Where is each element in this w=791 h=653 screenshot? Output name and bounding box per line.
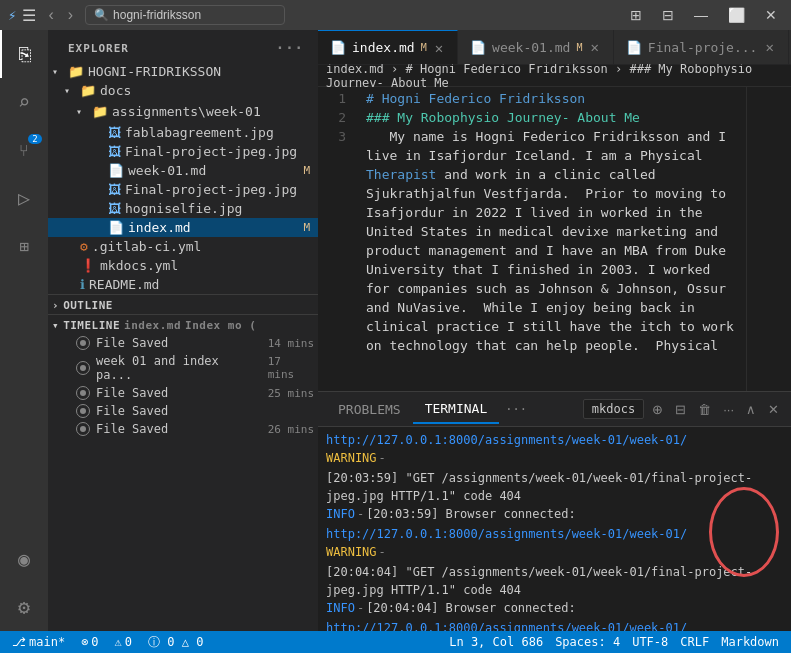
tree-file-week01-md[interactable]: 📄 week-01.md M (48, 161, 318, 180)
status-branch[interactable]: ⎇ main* (8, 635, 69, 649)
outline-header[interactable]: › OUTLINE (48, 295, 318, 314)
status-errors[interactable]: ⊗ 0 (77, 635, 102, 649)
menu-icon[interactable]: ☰ (22, 6, 36, 25)
status-encoding[interactable]: UTF-8 (628, 635, 672, 649)
activity-source-control[interactable]: ⑂ 2 (0, 126, 48, 174)
sidebar: EXPLORER ··· ▾ 📁 HOGNI-FRIDRIKSSON ▾ 📁 d… (48, 30, 318, 631)
timeline-chevron: ▾ (52, 319, 59, 332)
status-info[interactable]: ⓘ 0 △ 0 (144, 634, 207, 651)
timeline-icon (76, 422, 90, 436)
panel-close-button[interactable]: ✕ (764, 400, 783, 419)
chevron-icon: ▾ (64, 85, 80, 96)
tab-icon-final: 📄 (626, 40, 642, 55)
timeline-dot (80, 408, 86, 414)
timeline-icon (76, 336, 90, 350)
minimize-button[interactable]: — (688, 5, 714, 25)
tree-docs-folder[interactable]: ▾ 📁 docs (48, 81, 318, 100)
source-control-badge: 2 (28, 134, 42, 144)
settings-icon: ⚙ (18, 595, 30, 619)
sidebar-title: EXPLORER (68, 42, 129, 55)
status-bar: ⎇ main* ⊗ 0 ⚠ 0 ⓘ 0 △ 0 Ln 3, Col 686 Sp… (0, 631, 791, 653)
activity-search[interactable]: ⌕ (0, 78, 48, 126)
source-control-icon: ⑂ (19, 141, 29, 160)
panel-tab-dots[interactable]: ··· (499, 396, 533, 422)
tree-file-final-jpg[interactable]: 🖼 Final-project-jpeg.jpg (48, 142, 318, 161)
branch-label: main* (29, 635, 65, 649)
panel-trash-button[interactable]: 🗑 (694, 400, 715, 419)
tree-week01-folder[interactable]: ▾ 📁 assignments\week-01 ··· (48, 100, 318, 123)
activity-extensions[interactable]: ⊞ (0, 222, 48, 270)
split-button[interactable]: ⊟ (656, 5, 680, 25)
error-count: 0 (91, 635, 98, 649)
spaces-label: Spaces: 4 (555, 635, 620, 649)
code-line-1: # Hogni Federico Fridriksson (366, 91, 585, 106)
timeline-dot (80, 390, 86, 396)
timeline-entry-0[interactable]: File Saved 14 mins (48, 334, 318, 352)
code-area[interactable]: # Hogni Federico Fridriksson ### My Robo… (358, 87, 746, 391)
terminal-body[interactable]: http://127.0.0.1:8000/assignments/week-0… (318, 427, 791, 631)
folder-icon: 📁 (92, 104, 108, 119)
tab-close-index[interactable]: ✕ (433, 39, 445, 57)
forward-button[interactable]: › (62, 4, 79, 26)
timeline-entry-2[interactable]: File Saved 25 mins (48, 384, 318, 402)
status-line-ending[interactable]: CRLF (676, 635, 713, 649)
tree-file-mkdocs[interactable]: ❗ mkdocs.yml (48, 256, 318, 275)
timeline-header[interactable]: ▾ TIMELINE index.md Index mo ( (48, 315, 318, 334)
status-right: Ln 3, Col 686 Spaces: 4 UTF-8 CRLF Markd… (445, 635, 783, 649)
panel-split-button[interactable]: ⊟ (671, 400, 690, 419)
terminal-line-1: WARNING - [20:03:59] "GET /assignments/w… (326, 449, 783, 505)
sidebar-dots[interactable]: ··· (274, 38, 306, 58)
editor-pane: 1 2 3 # Hogni Federico Fridriksson ### M… (318, 87, 791, 391)
search-icon: ⌕ (18, 90, 30, 114)
tree-root-folder[interactable]: ▾ 📁 HOGNI-FRIDRIKSSON (48, 62, 318, 81)
chevron-icon: ▾ (76, 106, 92, 117)
tree-file-selfie[interactable]: 🖼 hogniselfie.jpg (48, 199, 318, 218)
week01-md-label: week-01.md (128, 163, 303, 178)
tab-week01-md[interactable]: 📄 week-01.md M ✕ (458, 30, 614, 64)
tree-file-fablab[interactable]: 🖼 fablabagreement.jpg (48, 123, 318, 142)
week01-folder-label: assignments\week-01 (112, 104, 285, 119)
status-warnings[interactable]: ⚠ 0 (111, 635, 136, 649)
terminal-line-0: http://127.0.0.1:8000/assignments/week-0… (326, 431, 783, 449)
tree-file-readme[interactable]: ℹ README.md (48, 275, 318, 294)
back-button[interactable]: ‹ (42, 4, 59, 26)
activity-settings[interactable]: ⚙ (0, 583, 48, 631)
terminal-info-1: INFO (326, 505, 355, 523)
search-bar[interactable]: 🔍 (85, 5, 285, 25)
image-icon: 🖼 (108, 182, 121, 197)
warning-count: 0 (125, 635, 132, 649)
panel-chevron-up[interactable]: ∧ (742, 400, 760, 419)
terminal-line-3: WARNING - [20:04:04] "GET /assignments/w… (326, 543, 783, 599)
final-jpg-label: Final-project-jpeg.jpg (125, 144, 318, 159)
outline-chevron: › (52, 299, 59, 312)
selfie-label: hogniselfie.jpg (125, 201, 318, 216)
close-button[interactable]: ✕ (759, 5, 783, 25)
timeline-entry-4[interactable]: File Saved 26 mins (48, 420, 318, 438)
tab-final-proj[interactable]: 📄 Final-proje... ✕ (614, 30, 789, 64)
tab-close-week01[interactable]: ✕ (588, 38, 600, 56)
search-input[interactable] (113, 8, 273, 22)
status-position[interactable]: Ln 3, Col 686 (445, 635, 547, 649)
timeline-file: index.md (124, 319, 181, 332)
activity-explorer[interactable]: ⎘ (0, 30, 48, 78)
panel-tab-terminal[interactable]: TERMINAL (413, 395, 500, 424)
activity-run[interactable]: ▷ (0, 174, 48, 222)
timeline-dot (80, 365, 86, 371)
tab-index-md[interactable]: 📄 index.md M ✕ (318, 30, 458, 64)
activity-account[interactable]: ◉ (0, 535, 48, 583)
tree-file-index-md[interactable]: 📄 index.md M (48, 218, 318, 237)
status-spaces[interactable]: Spaces: 4 (551, 635, 624, 649)
panel-tab-problems[interactable]: PROBLEMS (326, 396, 413, 423)
maximize-button[interactable]: ⬜ (722, 5, 751, 25)
panel-add-button[interactable]: ⊕ (648, 400, 667, 419)
timeline-time: 14 mins (268, 337, 314, 350)
activity-bottom: ◉ ⚙ (0, 535, 48, 631)
panel-dots-button[interactable]: ··· (719, 400, 738, 419)
timeline-entry-3[interactable]: File Saved (48, 402, 318, 420)
layout-button[interactable]: ⊞ (624, 5, 648, 25)
tab-close-final[interactable]: ✕ (763, 38, 775, 56)
tree-file-final-jpg2[interactable]: 🖼 Final-project-jpeg.jpg (48, 180, 318, 199)
status-language[interactable]: Markdown (717, 635, 783, 649)
tree-file-gitlab[interactable]: ⚙ .gitlab-ci.yml (48, 237, 318, 256)
timeline-entry-1[interactable]: week 01 and index pa... 17 mins (48, 352, 318, 384)
